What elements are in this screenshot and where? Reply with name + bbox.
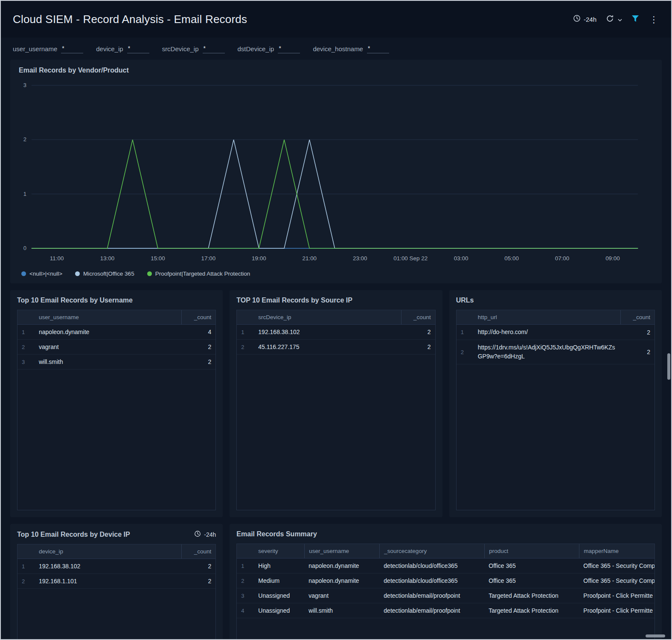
table-row[interactable]: 1napoleon.dynamite4 (17, 325, 215, 340)
filter-device-hostname: device_hostname * (313, 45, 389, 53)
chart-legend: <null>|<null>Microsoft|Office 365Proofpo… (19, 271, 653, 277)
panel-vendor-product-chart: Email Records by Vendor/Product 012311:0… (10, 60, 662, 283)
page-title: Cloud SIEM - Record Analysis - Email Rec… (13, 13, 247, 26)
panel-time-range[interactable]: -24h (194, 530, 216, 538)
y-axis-tick-label: 3 (23, 82, 26, 88)
table-row[interactable]: 3Unassignedvagrantdetectionlab/email/pro… (237, 588, 655, 603)
x-axis-tick-label: 01:00 Sep 22 (393, 255, 428, 262)
device-ip-table: device_ip_count1192.168.38.10222192.168.… (17, 544, 216, 640)
panel-top-device-ip: Top 10 Email Records by Device IP -24h d… (10, 524, 223, 640)
column-header-_sourcecategory: _sourcecategory (379, 544, 484, 558)
clock-icon (194, 530, 201, 538)
column-header-user_username: user_username (35, 310, 181, 324)
middle-panel-row: Top 10 Email Records by Username user_us… (10, 290, 662, 517)
x-axis-tick-label: 03:00 (454, 255, 468, 262)
panel-top-source-ip: TOP 10 Email Records by Source IP srcDev… (230, 290, 442, 517)
header: Cloud SIEM - Record Analysis - Email Rec… (1, 1, 671, 38)
cell-device_ip: 192.168.38.102 (35, 560, 181, 573)
filter-input-user-username[interactable]: * (61, 45, 83, 53)
table-row[interactable]: 2vagrant2 (17, 340, 215, 355)
row-number: 2 (237, 575, 254, 587)
table-row[interactable]: 4Unassignedwill.smithdetectionlab/email/… (237, 603, 655, 618)
filter-label: device_hostname (313, 45, 363, 53)
filter-input-device-hostname[interactable]: * (367, 45, 389, 53)
legend-label: Proofpoint|Targeted Attack Protection (155, 271, 250, 277)
x-axis-tick-label: 05:00 (504, 255, 519, 262)
filter-device-ip: device_ip * (96, 45, 149, 53)
horizontal-scrollbar-thumb[interactable] (646, 634, 665, 637)
row-number-header (17, 544, 35, 559)
filter-srcdevice-ip: srcDevice_ip * (162, 45, 225, 53)
row-number-header (17, 310, 35, 324)
legend-dot-icon (147, 271, 152, 276)
cell-_sourcecategory: detectionlab/cloud/office365 (379, 574, 484, 587)
x-axis-tick-label: 17:00 (201, 255, 216, 262)
panel-title: Top 10 Email Records by Username (17, 297, 133, 304)
dashboard-content: Email Records by Vendor/Product 012311:0… (1, 60, 671, 640)
cell-mapperName: Proofpoint - Click Permitte (579, 589, 655, 602)
column-header-_count: _count (181, 310, 215, 324)
legend-item[interactable]: Proofpoint|Targeted Attack Protection (147, 271, 250, 277)
table-row[interactable]: 2Mediumnapoleon.dynamitedetectionlab/clo… (237, 573, 655, 588)
table-row[interactable]: 1192.168.38.1022 (17, 559, 215, 574)
row-number: 4 (237, 605, 254, 617)
vendor-product-line-chart[interactable]: 012311:0013:0015:0017:0019:0021:0023:000… (19, 79, 653, 268)
row-number-header (237, 544, 254, 558)
table-header-row: device_ip_count (17, 544, 215, 559)
filter-bar: user_username * device_ip * srcDevice_ip… (1, 38, 671, 60)
cell-http_url: https://1drv.ms/u/s!AdjXiQ5J5JxUbgQgXRHT… (474, 340, 620, 364)
cell-http_url: http://do-hero.com/ (474, 325, 620, 340)
required-asterisk: * (62, 45, 64, 52)
column-header-_count: _count (401, 310, 435, 324)
filter-input-dstdevice-ip[interactable]: * (278, 45, 300, 53)
cell-severity: Unassigned (254, 589, 304, 602)
urls-table: http_url_count1http://do-hero.com/22http… (456, 310, 655, 510)
panel-title: Email Records by Vendor/Product (19, 67, 653, 74)
y-axis-tick-label: 2 (23, 136, 26, 143)
table-row[interactable]: 1http://do-hero.com/2 (457, 325, 655, 340)
cell-user_username: napoleon.dynamite (304, 574, 379, 587)
cell-severity: Medium (254, 574, 304, 587)
row-number-header (457, 310, 474, 324)
column-header-_count: _count (620, 310, 655, 324)
table-row[interactable]: 2192.168.1.1012 (17, 574, 215, 589)
column-header-_count: _count (181, 544, 215, 559)
filter-label: dstDevice_ip (238, 45, 274, 53)
row-number: 1 (237, 326, 254, 338)
cell-user_username: vagrant (304, 589, 379, 602)
cell-severity: High (254, 559, 304, 572)
cell-user_username: will.smith (35, 355, 181, 368)
column-header-http_url: http_url (474, 310, 620, 324)
vertical-scrollbar-thumb[interactable] (667, 353, 670, 380)
cell-_count: 2 (401, 340, 435, 353)
table-row[interactable]: 1192.168.38.1022 (237, 325, 435, 340)
legend-dot-icon (21, 271, 26, 276)
required-asterisk: * (279, 45, 281, 52)
source-ip-table: srcDevice_ip_count1192.168.38.1022245.11… (236, 310, 435, 510)
table-row[interactable]: 3will.smith2 (17, 355, 215, 369)
table-row[interactable]: 1Highnapoleon.dynamitedetectionlab/cloud… (237, 559, 655, 573)
row-number: 2 (17, 341, 35, 353)
cell-_count: 2 (620, 346, 655, 358)
table-row[interactable]: 2https://1drv.ms/u/s!AdjXiQ5J5JxUbgQgXRH… (457, 340, 655, 364)
panel-title: TOP 10 Email Records by Source IP (236, 297, 352, 304)
more-options-button[interactable]: ⋮ (649, 15, 659, 24)
x-axis-tick-label: 21:00 (302, 255, 317, 262)
filter-button[interactable] (631, 15, 639, 24)
cell-product: Targeted Attack Protection (484, 604, 579, 617)
x-axis-tick-label: 13:00 (100, 255, 115, 262)
time-range-control[interactable]: -24h (573, 15, 596, 24)
panel-title: Email Records Summary (236, 530, 317, 538)
cell-_count: 2 (620, 326, 655, 339)
refresh-button[interactable] (606, 15, 622, 24)
filter-input-device-ip[interactable]: * (127, 45, 149, 53)
y-axis-tick-label: 0 (23, 245, 26, 251)
bottom-panel-row: Top 10 Email Records by Device IP -24h d… (10, 524, 662, 640)
table-row[interactable]: 245.116.227.1752 (237, 340, 435, 355)
row-number: 2 (237, 341, 254, 353)
legend-item[interactable]: Microsoft|Office 365 (75, 271, 134, 277)
row-number: 3 (237, 590, 254, 602)
legend-item[interactable]: <null>|<null> (21, 271, 62, 277)
filter-input-srcdevice-ip[interactable]: * (203, 45, 225, 53)
column-header-user_username: user_username (304, 544, 379, 558)
